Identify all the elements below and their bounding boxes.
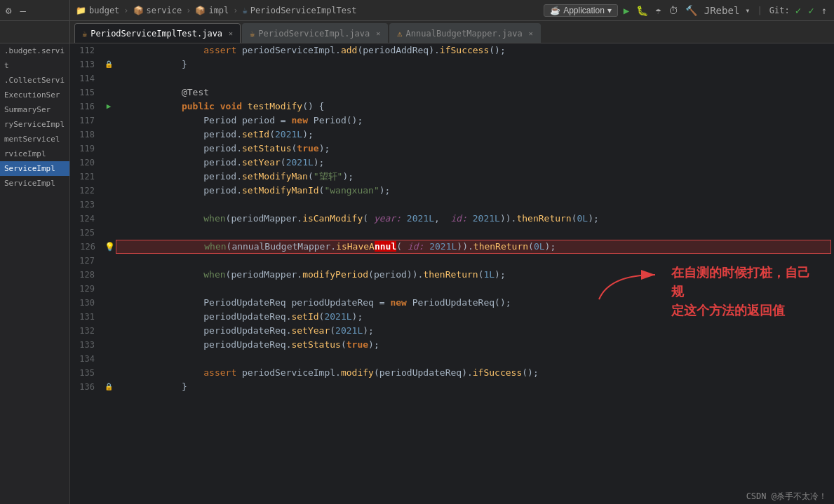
build-icon[interactable]: 🔨 <box>684 5 699 16</box>
line-num-132: 132 <box>70 324 102 338</box>
line-num-125: 125 <box>70 226 102 240</box>
warn-file-icon: ⚠ <box>397 29 402 39</box>
sidebar-item-3[interactable]: .CollectServi <box>0 73 69 88</box>
gutter-116: ▶ <box>102 100 116 114</box>
line-num-131: 131 <box>70 310 102 324</box>
minimize-icon[interactable]: — <box>18 5 27 16</box>
main-area: .budget.servi t .CollectServi ExecutionS… <box>0 43 834 504</box>
line-content-136: } <box>116 366 834 408</box>
line-num-133: 133 <box>70 338 102 352</box>
run-config-icon: ☕ <box>550 6 560 15</box>
code-line-113: 113 🔒 } <box>70 57 834 71</box>
package-icon: 📦 <box>133 6 144 15</box>
chevron-down-icon: ▾ <box>607 6 612 15</box>
sidebar-item-5[interactable]: SummarySer <box>0 102 69 117</box>
tab-label-2: PeriodServiceImpl.java <box>258 29 370 39</box>
sidebar-item-4[interactable]: ExecutionSer <box>0 88 69 102</box>
line-num-134: 134 <box>70 352 102 366</box>
callout-container: 在自测的时候打桩，自己规定这个方法的返回值 <box>596 261 820 323</box>
right-toolbar: ☕ Application ▾ ▶ 🐛 ☂ ⏱ 🔨 JRebel ▾ | Git… <box>538 4 834 17</box>
callout-arrow-svg <box>596 268 666 303</box>
package-icon-2: 📦 <box>195 6 206 15</box>
profile-icon[interactable]: ⏱ <box>667 5 680 16</box>
tab-period-impl[interactable]: ☕ PeriodServiceImpl.java ✕ <box>242 23 388 43</box>
line-num-118: 118 <box>70 128 102 142</box>
code-line-136: 136 🔒 } <box>70 380 834 394</box>
line-num-126: 126 <box>71 240 102 254</box>
code-line-122: 122 period.setModifyManId("wangxuan"); <box>70 184 834 198</box>
line-num-115: 115 <box>70 86 102 100</box>
sidebar-item-7[interactable]: mentServicel <box>0 132 69 147</box>
warning-icon-126: 💡 <box>105 240 115 254</box>
code-line-124: 124 when(periodMapper.isCanModify( year:… <box>70 212 834 226</box>
left-tools: ⚙ — <box>0 0 70 21</box>
gutter-136: 🔒 <box>102 380 116 394</box>
code-line-133: 133 periodUpdateReq.setStatus(true); <box>70 338 834 352</box>
sidebar-item-1[interactable]: .budget.servi <box>0 43 69 58</box>
debug-icon[interactable]: 🐛 <box>635 5 650 16</box>
line-num-127: 127 <box>70 254 102 268</box>
class-icon: ☕ <box>243 6 248 15</box>
sidebar-item-9[interactable]: ServiceImpl <box>0 161 69 176</box>
tab-period-test[interactable]: ☕ PeriodServiceImplTest.java ✕ <box>74 23 241 43</box>
tab-annual-mapper[interactable]: ⚠ AnnualBudgetMapper.java ✕ <box>389 23 540 43</box>
status-bar: CSDN @杀手不太冷！ <box>739 487 834 504</box>
tab-label-1: PeriodServiceImplTest.java <box>90 29 222 39</box>
lock-icon-113: 🔒 <box>105 57 113 71</box>
tab-close-3[interactable]: ✕ <box>529 29 533 37</box>
line-num-135: 135 <box>70 366 102 380</box>
sidebar-item-10[interactable]: ServiceImpl <box>0 176 69 191</box>
sidebar-item-2[interactable]: t <box>0 58 69 73</box>
breadcrumb-budget[interactable]: budget <box>89 6 119 15</box>
line-num-136: 136 <box>70 380 102 394</box>
code-line-126: 126 💡 when(annualBudgetMapper.isHaveAnnu… <box>116 240 831 254</box>
status-text: CSDN @杀手不太冷！ <box>746 491 827 501</box>
callout-text: 在自测的时候打桩，自己规定这个方法的返回值 <box>671 264 814 320</box>
line-num-124: 124 <box>70 212 102 226</box>
tab-label-3: AnnualBudgetMapper.java <box>406 29 523 39</box>
java-file-icon-2: ☕ <box>250 29 255 39</box>
line-num-121: 121 <box>70 170 102 184</box>
sidebar-item-6[interactable]: ryServiceImpl <box>0 117 69 132</box>
jrebel-icon[interactable]: JRebel <box>703 5 741 16</box>
line-num-119: 119 <box>70 142 102 156</box>
git-arrow-icon[interactable]: ↑ <box>820 5 828 16</box>
jrebel-arrow: ▾ <box>745 6 750 15</box>
line-num-120: 120 <box>70 156 102 170</box>
code-editor[interactable]: 112 assert periodServiceImpl.add(periodA… <box>70 43 834 504</box>
coverage-icon[interactable]: ☂ <box>654 5 662 16</box>
gear-icon[interactable]: ⚙ <box>4 5 13 16</box>
breadcrumb-class[interactable]: PeriodServiceImplTest <box>250 6 357 15</box>
run-config-button[interactable]: ☕ Application ▾ <box>544 4 618 17</box>
line-num-114: 114 <box>70 71 102 86</box>
run-config-label: Application <box>563 6 605 15</box>
folder-icon: 📁 <box>76 6 86 15</box>
line-num-117: 117 <box>70 114 102 128</box>
tab-bar: ☕ PeriodServiceImplTest.java ✕ ☕ PeriodS… <box>70 21 834 43</box>
sidebar-top-spacer <box>0 21 70 43</box>
java-file-icon: ☕ <box>82 29 87 39</box>
git-status-icon[interactable]: ✓ <box>807 5 815 16</box>
callout-text-box: 在自测的时候打桩，自己规定这个方法的返回值 <box>666 261 820 323</box>
line-num-113: 113 <box>70 57 102 71</box>
tab-close-1[interactable]: ✕ <box>229 29 233 37</box>
gutter-126: 💡 <box>102 240 116 254</box>
breadcrumb-service[interactable]: service <box>147 6 182 15</box>
top-toolbar: ⚙ — 📁 budget › 📦 service › 📦 impl › ☕ Pe… <box>0 0 834 21</box>
gutter-113: 🔒 <box>102 57 116 71</box>
line-num-122: 122 <box>70 184 102 198</box>
left-sidebar: .budget.servi t .CollectServi ExecutionS… <box>0 43 70 504</box>
line-num-130: 130 <box>70 296 102 310</box>
play-icon[interactable]: ▶ <box>622 5 631 16</box>
breadcrumb-impl[interactable]: impl <box>208 6 229 15</box>
tab-row: ☕ PeriodServiceImplTest.java ✕ ☕ PeriodS… <box>0 21 834 43</box>
breadcrumb: 📁 budget › 📦 service › 📦 impl › ☕ Period… <box>70 6 538 15</box>
run-icon-116[interactable]: ▶ <box>107 100 112 114</box>
tab-close-2[interactable]: ✕ <box>376 29 380 37</box>
git-check-icon[interactable]: ✓ <box>794 5 802 16</box>
sidebar-item-8[interactable]: rviceImpl <box>0 147 69 161</box>
git-label: Git: <box>769 6 790 15</box>
line-num-123: 123 <box>70 198 102 212</box>
line-num-128: 128 <box>70 268 102 282</box>
line-num-116: 116 <box>70 100 102 114</box>
